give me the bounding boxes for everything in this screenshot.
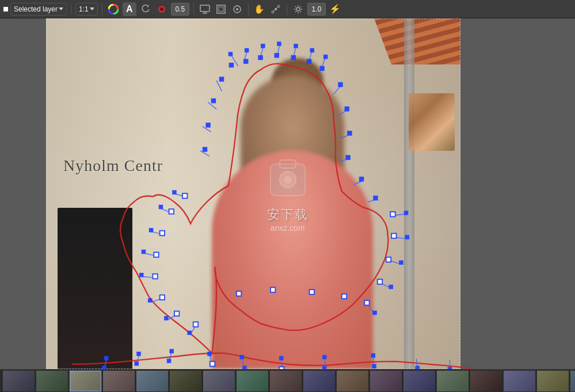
film-frame-5[interactable] (136, 371, 168, 391)
film-frame-17[interactable] (537, 371, 569, 391)
sep-4 (248, 3, 249, 15)
layer-dropdown-chevron (59, 7, 63, 10)
frame-tool-icon[interactable] (214, 2, 228, 16)
mosaic-artwork (409, 93, 455, 151)
person-body (212, 150, 373, 369)
svg-rect-8 (219, 7, 223, 12)
building-door (58, 208, 132, 369)
opacity-input[interactable]: 0.5 (171, 3, 189, 16)
sep-1 (71, 3, 71, 15)
film-frame-1[interactable] (3, 371, 35, 391)
film-frame-9[interactable] (270, 371, 302, 391)
hand-tool-icon[interactable]: ✋ (253, 2, 266, 16)
lens-tool-icon[interactable] (230, 2, 244, 16)
zoom-chevron (90, 7, 94, 10)
toolbar: Selected layer 1:1 A 0.5 (0, 0, 575, 18)
sep-2 (102, 3, 102, 15)
text-tool-icon[interactable]: A (123, 2, 136, 16)
photo-background: Nyholm Centr (46, 18, 460, 369)
brightness-input[interactable]: 1.0 (307, 3, 326, 16)
svg-rect-7 (217, 5, 225, 13)
canvas-right-margin (460, 18, 575, 369)
canvas-area[interactable]: Nyholm Centr (0, 18, 575, 369)
film-frame-2[interactable] (36, 371, 68, 391)
layer-dropdown[interactable]: Selected layer (10, 3, 67, 16)
svg-point-3 (160, 7, 163, 11)
svg-line-23 (295, 6, 296, 7)
layer-dot (3, 7, 8, 12)
svg-line-16 (273, 9, 276, 12)
monitor-tool-icon[interactable] (198, 2, 212, 16)
svg-point-18 (296, 7, 300, 11)
film-frame-11[interactable] (337, 371, 368, 391)
canvas-left-margin (0, 18, 46, 369)
sep-3 (193, 3, 194, 15)
film-frame-18[interactable] (570, 371, 575, 391)
photo-simulation: Nyholm Centr (46, 18, 460, 369)
lightning-tool-icon[interactable]: ⚡ (328, 2, 342, 16)
film-frame-13[interactable] (403, 371, 435, 391)
svg-line-17 (276, 6, 279, 9)
node-tool-icon[interactable] (269, 2, 283, 16)
film-frame-6[interactable] (170, 371, 201, 391)
film-frame-10[interactable] (303, 371, 335, 391)
film-frame-7[interactable] (203, 371, 235, 391)
zoom-dropdown[interactable]: 1:1 (75, 3, 98, 16)
svg-point-10 (236, 8, 238, 10)
film-frame-4[interactable] (103, 371, 135, 391)
sep-5 (287, 3, 287, 15)
svg-line-24 (300, 11, 301, 12)
sun-tool-icon[interactable] (291, 2, 305, 16)
film-frame-3[interactable] (70, 371, 101, 391)
film-frame-14[interactable] (437, 371, 469, 391)
film-frame-15[interactable] (470, 371, 502, 391)
rotate-tool-icon[interactable] (139, 2, 153, 16)
person-figure (195, 58, 390, 369)
layer-name-label: Selected layer (14, 5, 58, 13)
mask-tool-icon[interactable] (155, 2, 169, 16)
filmstrip (0, 369, 575, 392)
color-wheel-icon[interactable] (106, 2, 120, 16)
drainpipe (404, 18, 414, 369)
building-sign: Nyholm Centr (63, 157, 163, 175)
film-frame-16[interactable] (504, 371, 535, 391)
svg-rect-4 (200, 5, 210, 12)
svg-line-25 (300, 6, 301, 7)
main-canvas-area: Nyholm Centr (0, 18, 575, 392)
film-frame-8[interactable] (237, 371, 268, 391)
svg-line-26 (295, 11, 296, 12)
film-frame-12[interactable] (370, 371, 402, 391)
zoom-value: 1:1 (79, 5, 89, 13)
